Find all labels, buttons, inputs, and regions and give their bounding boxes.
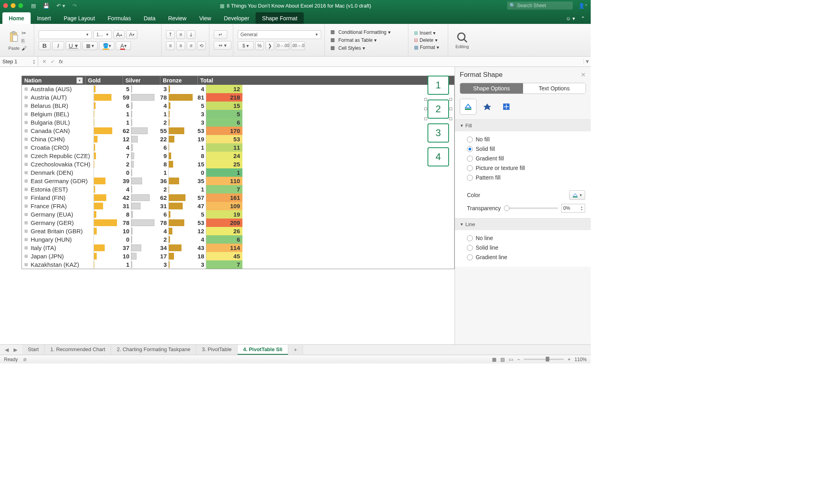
expand-icon[interactable]: ⊞ — [22, 145, 30, 150]
slicer-item-3[interactable]: 3 — [428, 123, 449, 143]
zoom-out-icon[interactable]: − — [517, 357, 520, 362]
line-option-gradient-line[interactable]: Gradient line — [467, 252, 585, 262]
worksheet-area[interactable]: Nation▼GoldSilverBronzeTotal⊞Australia (… — [0, 67, 455, 344]
bold-button[interactable]: B — [39, 41, 51, 50]
fill-color-button[interactable]: 🪣 ▾ — [99, 41, 114, 50]
transparency-slider[interactable] — [504, 207, 558, 209]
table-row[interactable]: ⊞Germany (EUA)86519 — [22, 210, 454, 219]
fill-section-header[interactable]: ▼Fill — [455, 120, 591, 131]
filter-icon[interactable]: ▼ — [76, 77, 83, 84]
orientation-icon[interactable]: ⟲ — [197, 41, 206, 50]
name-box[interactable]: Step 1 ▲▼ — [0, 57, 38, 66]
expand-icon[interactable]: ⊞ — [22, 229, 30, 234]
expand-formula-icon[interactable]: ▼ — [584, 59, 591, 64]
slicer-item-2[interactable]: 2 — [428, 100, 449, 119]
increase-decimal-icon[interactable]: .0→.00 — [276, 41, 289, 50]
close-pane-icon[interactable]: ✕ — [581, 71, 586, 78]
expand-icon[interactable]: ⊞ — [22, 95, 30, 100]
italic-button[interactable]: I — [52, 41, 64, 50]
table-row[interactable]: ⊞Canada (CAN)625553170 — [22, 127, 454, 135]
zoom-slider[interactable] — [524, 359, 564, 360]
expand-icon[interactable]: ⊞ — [22, 137, 30, 142]
color-picker-button[interactable]: ▼ — [569, 190, 585, 200]
percent-icon[interactable]: % — [255, 41, 264, 50]
table-row[interactable]: ⊞Great Britain (GBR)1041226 — [22, 227, 454, 235]
border-button[interactable]: ▦ ▾ — [82, 41, 98, 50]
text-options-tab[interactable]: Text Options — [523, 83, 586, 94]
table-row[interactable]: ⊞China (CHN)12221953 — [22, 135, 454, 143]
cell-styles-button[interactable]: ▦Cell Styles ▾ — [329, 44, 404, 52]
expand-icon[interactable]: ⊞ — [22, 212, 30, 217]
expand-icon[interactable]: ⊞ — [22, 254, 30, 259]
editing-icon[interactable] — [456, 31, 468, 43]
page-layout-view-icon[interactable]: ▤ — [500, 357, 505, 362]
font-size-select[interactable]: 1...▼ — [94, 30, 112, 39]
table-row[interactable]: ⊞Denmark (DEN)0101 — [22, 168, 454, 177]
expand-icon[interactable]: ⊞ — [22, 237, 30, 242]
size-properties-icon[interactable] — [498, 99, 515, 115]
col-nation[interactable]: Nation▼ — [22, 76, 86, 85]
table-row[interactable]: ⊞Italy (ITA)373443114 — [22, 244, 454, 252]
line-option-solid-line[interactable]: Solid line — [467, 243, 585, 252]
minimize-window-icon[interactable] — [11, 3, 16, 8]
tab-home[interactable]: Home — [2, 12, 31, 24]
tab-developer[interactable]: Developer — [217, 12, 256, 24]
table-row[interactable]: ⊞Finland (FIN)426257161 — [22, 193, 454, 202]
tab-data[interactable]: Data — [137, 12, 162, 24]
smiley-feedback-icon[interactable]: ☺ ▾ — [566, 16, 575, 21]
expand-icon[interactable]: ⊞ — [22, 203, 30, 209]
paste-button[interactable] — [7, 29, 21, 45]
align-bottom-icon[interactable]: ⤓ — [187, 30, 195, 39]
add-sheet-button[interactable]: + — [288, 345, 303, 354]
formula-input[interactable] — [67, 57, 584, 66]
fx-icon[interactable]: fx — [59, 59, 63, 64]
sheet-tab-0[interactable]: Start — [22, 345, 45, 355]
expand-icon[interactable]: ⊞ — [22, 153, 30, 158]
expand-icon[interactable]: ⊞ — [22, 170, 30, 175]
zoom-level[interactable]: 110% — [574, 357, 587, 362]
sheet-tab-2[interactable]: 2. Charting Formating Taskpane — [111, 345, 196, 355]
decrease-font-icon[interactable]: A▾ — [126, 30, 137, 39]
sheet-tab-1[interactable]: 1. Recommended Chart — [45, 345, 111, 355]
expand-icon[interactable]: ⊞ — [22, 111, 30, 117]
fill-option-no-fill[interactable]: No fill — [467, 135, 585, 144]
maximize-window-icon[interactable] — [18, 3, 23, 8]
tab-review[interactable]: Review — [162, 12, 193, 24]
format-as-table-button[interactable]: ▦Format as Table ▾ — [329, 36, 404, 44]
expand-icon[interactable]: ⊞ — [22, 187, 30, 192]
fill-option-pattern-fill[interactable]: Pattern fill — [467, 173, 585, 182]
autosave-icon[interactable]: ▤ — [31, 3, 36, 9]
table-row[interactable]: ⊞Estonia (EST)4217 — [22, 185, 454, 193]
next-sheet-icon[interactable]: ▶ — [14, 347, 18, 353]
search-sheet-input[interactable]: 🔍 Search Sheet — [507, 2, 573, 10]
table-row[interactable]: ⊞Belarus (BLR)64515 — [22, 102, 454, 110]
normal-view-icon[interactable]: ▦ — [492, 357, 496, 362]
font-color-button[interactable]: A ▾ — [116, 41, 131, 50]
wrap-text-icon[interactable]: ↵ — [214, 30, 227, 39]
align-center-icon[interactable]: ≡ — [176, 41, 185, 50]
expand-icon[interactable]: ⊞ — [22, 178, 30, 184]
table-row[interactable]: ⊞Germany (GER)787853209 — [22, 219, 454, 227]
align-left-icon[interactable]: ≡ — [166, 41, 175, 50]
font-name-select[interactable]: ▼ — [39, 30, 92, 39]
zoom-in-icon[interactable]: + — [568, 357, 570, 362]
fill-line-icon[interactable] — [460, 99, 476, 115]
table-row[interactable]: ⊞Bulgaria (BUL)1236 — [22, 118, 454, 127]
format-painter-icon[interactable]: 🖌 — [21, 45, 27, 51]
cut-icon[interactable]: ✂ — [21, 30, 27, 36]
col-gold[interactable]: Gold — [86, 76, 123, 85]
table-row[interactable]: ⊞Croatia (CRO)46111 — [22, 143, 454, 152]
line-option-no-line[interactable]: No line — [467, 233, 585, 243]
expand-icon[interactable]: ⊞ — [22, 86, 30, 92]
expand-icon[interactable]: ⊞ — [22, 162, 30, 167]
expand-icon[interactable]: ⊞ — [22, 245, 30, 250]
col-total[interactable]: Total — [198, 76, 234, 85]
merge-cells-icon[interactable]: ⇔ ▾ — [214, 41, 231, 50]
close-window-icon[interactable] — [3, 3, 8, 8]
insert-cells-button[interactable]: ⊞Insert ▾ — [412, 29, 444, 37]
copy-icon[interactable]: ⎘ — [21, 38, 27, 44]
transparency-input[interactable]: 0%▲▼ — [561, 204, 585, 213]
collapse-ribbon-icon[interactable]: ⌃ — [581, 16, 585, 21]
macro-record-icon[interactable]: ⎚ — [23, 357, 26, 362]
share-icon[interactable]: 👤⁺ — [578, 3, 588, 9]
